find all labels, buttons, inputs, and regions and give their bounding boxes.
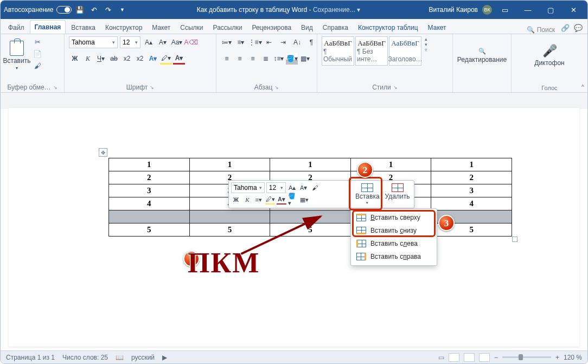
- styles-gallery-expand[interactable]: ▴▾▿: [424, 36, 433, 53]
- font-color-icon[interactable]: A▾: [173, 53, 185, 65]
- style-normal[interactable]: АаБбВвГ¶ Обычный: [322, 36, 354, 66]
- shrink-font-icon[interactable]: A▾: [157, 36, 169, 48]
- style-heading[interactable]: АаБбВвГЗаголово…: [389, 36, 421, 66]
- justify-icon[interactable]: ≣: [260, 53, 272, 65]
- status-macro-icon[interactable]: ▶: [162, 354, 167, 361]
- cut-icon[interactable]: ✂: [32, 36, 43, 47]
- dictate-button[interactable]: 🎤Диктофон: [538, 36, 561, 74]
- menu-insert-below[interactable]: Вставить снизу: [351, 224, 437, 237]
- style-nospacing[interactable]: АаБбВвГ¶ Без инте…: [355, 36, 388, 66]
- mini-size-combo[interactable]: 12▾: [266, 182, 286, 193]
- status-words[interactable]: Число слов: 25: [62, 354, 108, 361]
- format-painter-icon[interactable]: 🖌: [32, 60, 43, 71]
- font-size-combo[interactable]: 12▾: [120, 36, 140, 48]
- tab-references[interactable]: Ссылки: [176, 21, 207, 34]
- zoom-in-icon[interactable]: +: [555, 354, 559, 361]
- zoom-out-icon[interactable]: −: [494, 354, 498, 361]
- multilevel-icon[interactable]: ⋮≡▾: [249, 36, 261, 48]
- align-center-icon[interactable]: ≡: [234, 53, 246, 65]
- table-move-handle-icon[interactable]: ✥: [99, 148, 107, 157]
- tab-design[interactable]: Конструктор: [101, 21, 146, 34]
- tab-help[interactable]: Справка: [318, 21, 353, 34]
- shading-icon[interactable]: 🪣▾: [286, 53, 298, 65]
- view-print-icon[interactable]: [464, 353, 475, 362]
- dialog-launcher-icon[interactable]: ↘: [53, 85, 57, 90]
- status-language[interactable]: русский: [131, 354, 155, 361]
- clear-format-icon[interactable]: A⌫: [185, 36, 197, 48]
- tab-mailings[interactable]: Рассылки: [209, 21, 247, 34]
- numbering-icon[interactable]: ≡▾: [235, 36, 247, 48]
- status-page[interactable]: Страница 1 из 1: [6, 354, 55, 361]
- tab-home[interactable]: Главная: [30, 20, 66, 34]
- view-web-icon[interactable]: [479, 353, 490, 362]
- highlight-icon[interactable]: 🖊▾: [160, 53, 172, 65]
- dialog-launcher-icon[interactable]: ↘: [393, 85, 398, 90]
- align-right-icon[interactable]: ≡: [247, 53, 259, 65]
- mini-font-combo[interactable]: Tahoma▾: [231, 182, 265, 193]
- borders-icon[interactable]: ▦▾: [299, 53, 311, 65]
- view-focus-icon[interactable]: ▭: [438, 354, 444, 361]
- tab-file[interactable]: Файл: [4, 21, 29, 34]
- mini-delete-button[interactable]: Удалить: [383, 182, 412, 206]
- mini-shading-icon[interactable]: 🪣▾: [288, 195, 298, 205]
- mini-grow-icon[interactable]: A▴: [287, 183, 297, 193]
- menu-insert-left[interactable]: Вставить слева: [351, 237, 437, 250]
- editing-button[interactable]: 🔍Редактирование: [461, 36, 504, 74]
- mini-shrink-icon[interactable]: A▾: [299, 183, 309, 193]
- zoom-slider[interactable]: [502, 356, 551, 358]
- mini-italic[interactable]: К: [242, 195, 252, 205]
- tab-layout[interactable]: Макет: [148, 21, 175, 34]
- mini-align-icon[interactable]: ≡▾: [254, 195, 264, 205]
- qat-dropdown-icon[interactable]: ▼: [116, 4, 128, 16]
- line-spacing-icon[interactable]: ↕≡▾: [273, 53, 285, 65]
- view-read-icon[interactable]: [449, 353, 459, 362]
- close-icon[interactable]: ✕: [563, 2, 584, 18]
- indent-right-icon[interactable]: ⇥: [277, 36, 289, 48]
- minimize-icon[interactable]: —: [517, 2, 539, 18]
- autosave-toggle[interactable]: Автосохранение: [4, 6, 72, 14]
- table-resize-handle-icon[interactable]: [512, 237, 517, 242]
- redo-icon[interactable]: ↷: [102, 4, 114, 16]
- grow-font-icon[interactable]: A▴: [143, 36, 155, 48]
- mini-fontcolor-icon[interactable]: A▾: [277, 195, 286, 205]
- mini-bold[interactable]: Ж: [231, 195, 241, 205]
- tab-view[interactable]: Вид: [297, 21, 317, 34]
- save-icon[interactable]: 💾: [74, 4, 86, 16]
- text-effects-icon[interactable]: A▾: [147, 53, 159, 65]
- sort-icon[interactable]: A↓: [291, 36, 303, 48]
- comments-icon[interactable]: 💬: [572, 22, 584, 34]
- show-marks-icon[interactable]: ¶: [305, 36, 317, 48]
- bullets-icon[interactable]: ≔▾: [221, 36, 233, 48]
- mini-insert-button[interactable]: Вставка ▾: [353, 182, 382, 206]
- italic-button[interactable]: К: [82, 53, 94, 65]
- undo-icon[interactable]: ↶: [88, 4, 100, 16]
- menu-insert-right[interactable]: Вставить справа: [351, 250, 437, 263]
- subscript-button[interactable]: x2: [121, 53, 133, 65]
- superscript-button[interactable]: x2: [134, 53, 146, 65]
- share-icon[interactable]: 🔗: [559, 22, 571, 34]
- tab-table-design[interactable]: Конструктор таблиц: [354, 21, 423, 34]
- paste-button[interactable]: Вставить▾: [5, 36, 29, 74]
- change-case-icon[interactable]: Aa▾: [171, 36, 183, 48]
- mini-borders-icon[interactable]: ▦▾: [299, 195, 309, 205]
- search-box[interactable]: 🔍 Поиск: [527, 26, 558, 34]
- underline-button[interactable]: Ч▾: [95, 53, 107, 65]
- copy-icon[interactable]: 📄: [32, 48, 43, 59]
- menu-insert-above[interactable]: Вставить сверху: [351, 211, 437, 224]
- indent-left-icon[interactable]: ⇤: [263, 36, 275, 48]
- bold-button[interactable]: Ж: [69, 53, 81, 65]
- status-spellcheck-icon[interactable]: 📖: [116, 354, 124, 361]
- collapse-ribbon-icon[interactable]: ^: [581, 84, 584, 90]
- align-left-icon[interactable]: ≡: [221, 53, 233, 65]
- user-name[interactable]: Виталий Каиров: [429, 6, 478, 14]
- dialog-launcher-icon[interactable]: ↘: [274, 85, 279, 90]
- tab-insert[interactable]: Вставка: [67, 21, 100, 34]
- font-family-combo[interactable]: Tahoma▾: [69, 36, 118, 48]
- tab-table-layout[interactable]: Макет: [424, 21, 451, 34]
- ribbon-mode-icon[interactable]: ▭: [494, 2, 516, 18]
- mini-highlight-icon[interactable]: 🖊▾: [265, 195, 275, 205]
- strike-button[interactable]: ab: [108, 53, 120, 65]
- avatar[interactable]: ВК: [482, 5, 492, 15]
- tab-review[interactable]: Рецензирова: [247, 21, 296, 34]
- dialog-launcher-icon[interactable]: ↘: [150, 85, 154, 90]
